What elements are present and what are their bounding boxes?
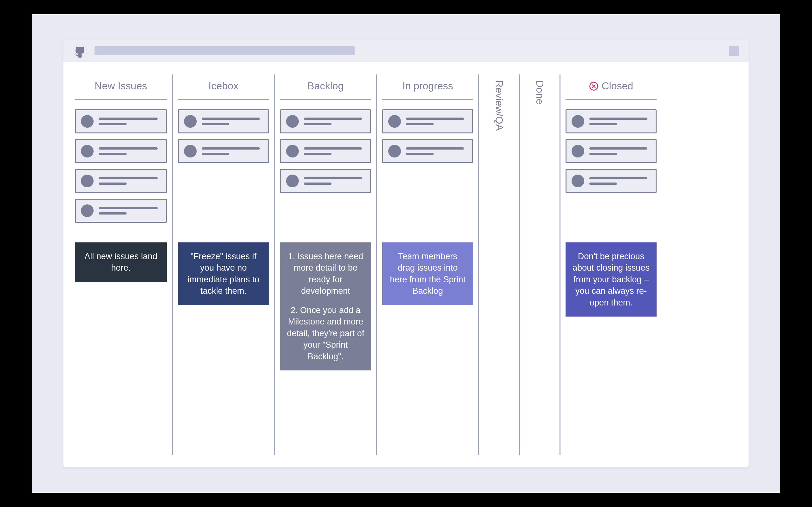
column-title: Backlog (308, 74, 344, 99)
browser-window: New Issues All new issues land here. Ice… (63, 40, 749, 467)
column-new-issues: New Issues All new issues land here. (70, 74, 172, 455)
card-text-placeholder (406, 147, 467, 155)
window-control-icon[interactable] (729, 46, 739, 56)
diagram-frame: New Issues All new issues land here. Ice… (32, 14, 780, 493)
avatar (571, 175, 584, 187)
avatar (184, 145, 197, 158)
avatar (286, 145, 299, 158)
column-title: Review/QA (493, 74, 505, 136)
issue-card[interactable] (280, 139, 371, 163)
column-note: "Freeze" issues if you have no immediate… (178, 242, 269, 305)
divider (280, 99, 371, 100)
avatar (81, 175, 94, 187)
issue-card[interactable] (75, 109, 167, 133)
avatar (388, 115, 401, 128)
card-text-placeholder (99, 147, 161, 155)
column-note: Team members drag issues into here from … (382, 242, 473, 305)
issue-card[interactable] (75, 139, 167, 163)
card-text-placeholder (202, 147, 263, 155)
divider (382, 99, 473, 100)
card-text-placeholder (304, 177, 365, 185)
avatar (81, 115, 94, 128)
issue-card[interactable] (178, 109, 269, 133)
column-title: Done (534, 74, 546, 110)
issue-card[interactable] (565, 109, 657, 133)
column-note: Don't be precious about closing issues f… (565, 242, 657, 317)
avatar (286, 175, 299, 187)
issue-card[interactable] (280, 169, 371, 193)
column-backlog: Backlog 1. Issues here need more detail … (274, 74, 376, 455)
column-done: Done (519, 74, 560, 455)
card-list[interactable] (75, 109, 167, 242)
divider (178, 99, 269, 100)
issue-card[interactable] (382, 139, 473, 163)
column-closed: Closed Don't be precious about closing i… (560, 74, 662, 455)
browser-header (63, 40, 749, 62)
column-icebox: Icebox "Freeze" issues if you have no im… (172, 74, 274, 455)
card-list[interactable] (178, 109, 269, 242)
avatar (388, 145, 401, 158)
card-text-placeholder (99, 118, 161, 125)
issue-card[interactable] (565, 139, 657, 163)
github-icon (73, 44, 87, 58)
column-title: Icebox (208, 74, 238, 99)
divider (75, 99, 167, 100)
card-text-placeholder (99, 207, 161, 215)
issue-card[interactable] (565, 169, 657, 193)
column-note: 1. Issues here need more detail to be re… (280, 242, 371, 371)
card-text-placeholder (406, 118, 467, 125)
avatar (286, 115, 299, 128)
card-text-placeholder (304, 118, 365, 125)
column-in-progress: In progress Team members drag issues int… (376, 74, 478, 455)
avatar (81, 205, 94, 217)
issue-card[interactable] (178, 139, 269, 163)
kanban-board: New Issues All new issues land here. Ice… (63, 62, 749, 467)
card-list[interactable] (382, 109, 473, 242)
avatar (81, 145, 94, 158)
avatar (571, 145, 584, 158)
issue-card[interactable] (75, 169, 167, 193)
column-title-text: Closed (602, 80, 633, 92)
column-title: New Issues (95, 74, 147, 99)
card-text-placeholder (589, 147, 651, 155)
column-review-qa: Review/QA (478, 74, 519, 455)
avatar (184, 115, 197, 128)
address-bar[interactable] (95, 46, 355, 55)
card-text-placeholder (99, 177, 161, 185)
column-note: All new issues land here. (75, 242, 167, 282)
issue-card[interactable] (280, 109, 371, 133)
card-text-placeholder (304, 147, 365, 155)
avatar (571, 115, 584, 128)
issue-card[interactable] (382, 109, 473, 133)
closed-icon (589, 81, 599, 91)
card-list[interactable] (565, 109, 657, 242)
divider (565, 99, 657, 100)
card-text-placeholder (589, 118, 651, 125)
column-title: Closed (589, 74, 633, 99)
column-title: In progress (402, 74, 453, 99)
issue-card[interactable] (75, 199, 167, 223)
card-text-placeholder (202, 118, 263, 125)
card-text-placeholder (589, 177, 651, 185)
card-list[interactable] (280, 109, 371, 242)
